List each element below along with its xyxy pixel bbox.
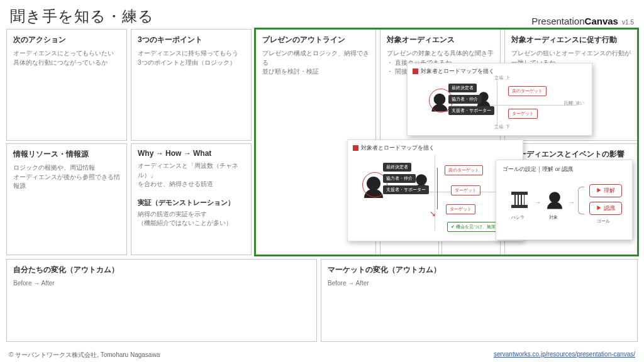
cell-subheading: 実証（デモンストレーション） bbox=[138, 198, 245, 207]
label-pillar: ハシラ bbox=[511, 214, 525, 221]
cell-why-how-what: Why → How → What オーディエンスと「周波数（チャネル）」を合わせ… bbox=[131, 143, 252, 255]
cell-heading: プレゼンのアウトライン bbox=[262, 35, 369, 45]
red-square-icon bbox=[413, 69, 418, 74]
tag-target: ターゲット bbox=[451, 185, 480, 195]
diagram: ハシラ → 対象 → ▶ 理解 ▶ 認識 ゴール bbox=[502, 174, 626, 233]
tag-decision: 最終決定者 bbox=[448, 84, 477, 92]
goal-option-b: ▶ 認識 bbox=[589, 202, 622, 215]
cell-heading: 対象オーディエンスに促す行動 bbox=[511, 35, 631, 45]
person-icon bbox=[549, 192, 560, 203]
cell-heading: 対象オーディエンス bbox=[387, 35, 494, 45]
cell-outcome-market: マーケットの変化（アウトカム） Before → After bbox=[321, 259, 638, 342]
cell-next-action: 次のアクション オーディエンスにとってもらいたい具体的な行動につながっているか bbox=[6, 29, 127, 141]
cell-desc: オーディエンスに持ち帰ってもらう3つのポイントと理由（ロジック） bbox=[138, 49, 245, 67]
tag-supporter: 支援者・サポーター bbox=[448, 106, 494, 115]
pillar-icon bbox=[511, 192, 528, 208]
person-icon bbox=[416, 174, 427, 185]
cell-desc: オーディエンスと「周波数（チャネル）」を合わせ、納得させる筋道 bbox=[138, 162, 245, 189]
cell-resources: 情報リソース・情報源 ロジックの根拠や、周辺情報オーディエンスが後から参照できる… bbox=[6, 143, 127, 255]
cell-desc: Before → After bbox=[13, 279, 310, 288]
cell-heading: 情報リソース・情報源 bbox=[13, 149, 120, 160]
bracket-icon bbox=[578, 187, 584, 214]
cell-desc: プレゼンの構成とロジック、納得できる並び順を検討・検証 bbox=[262, 49, 369, 77]
cell-desc: ロジックの根拠や、周辺情報オーディエンスが後から参照できる情報源 bbox=[13, 163, 120, 191]
resource-link[interactable]: servantworks.co.jp/resources/presentatio… bbox=[494, 351, 635, 359]
overlay-title: 対象者とロードマップを描く bbox=[361, 144, 435, 152]
label-top: 立場: 上 bbox=[494, 75, 510, 81]
arrow-icon: ↘ bbox=[430, 209, 436, 218]
tag-target: ターゲット bbox=[446, 204, 475, 214]
brand-bold: Canvas bbox=[585, 16, 618, 26]
footer: © サーバントワークス株式会社, Tomoharu Nagasawa serva… bbox=[9, 351, 635, 359]
cell-heading: 自分たちの変化（アウトカム） bbox=[13, 265, 310, 275]
arrow-icon: → bbox=[534, 198, 541, 207]
tag-true-target: 真のターゲット bbox=[445, 165, 483, 175]
cell-desc: オーディエンスにとってもらいたい具体的な行動につながっているか bbox=[13, 49, 120, 67]
goal-option-a: ▶ 理解 bbox=[589, 184, 622, 197]
cell-heading: Why → How → What bbox=[138, 149, 245, 158]
tag-decision: 最終決定者 bbox=[383, 163, 411, 172]
diagram: 最終決定者 協力者・仲介 支援者・サポーター 真のターゲット ターゲット ターゲ… bbox=[354, 154, 516, 234]
axis-vertical bbox=[435, 155, 435, 231]
cell-three-points: 3つのキーポイント オーディエンスに持ち帰ってもらう3つのポイントと理由（ロジッ… bbox=[131, 29, 252, 141]
cell-heading: 次のアクション bbox=[13, 35, 120, 45]
overlay-title: 対象者とロードマップを描く bbox=[421, 67, 494, 75]
arrow-icon: → bbox=[568, 198, 575, 207]
overlay-title-bar: ゴールの設定｜理解 or 認識 bbox=[502, 165, 573, 173]
cell-heading: マーケットの変化（アウトカム） bbox=[328, 265, 631, 275]
cell-desc: プレゼンの対象となる具体的な聞き手 bbox=[387, 49, 494, 58]
overlay-title-bar: 対象者とロードマップを描く bbox=[353, 144, 435, 152]
overlay-goal-setting: ゴールの設定｜理解 or 認識 ハシラ → 対象 → ▶ 理解 ▶ 認識 ゴール bbox=[496, 160, 633, 240]
overlay-title-bar: 対象者とロードマップを描く bbox=[413, 67, 494, 75]
diagram: 立場: 上 立場: 下 距離: 遠い 最終決定者 協力者・仲介 支援者・サポータ… bbox=[414, 77, 586, 129]
tag-influencer: 協力者・仲介 bbox=[383, 174, 416, 183]
axis-horizontal bbox=[452, 105, 577, 106]
tag-influencer: 協力者・仲介 bbox=[448, 95, 481, 104]
brand-light: Presentation bbox=[531, 16, 584, 26]
tag-supporter: 支援者・サポーター bbox=[383, 185, 429, 194]
label-goal: ゴール bbox=[597, 218, 610, 224]
cell-desc: 納得の筋道の実証を示す（機能紹介ではないことが多い） bbox=[138, 210, 245, 228]
tag-true-target: 真のターゲット bbox=[508, 86, 547, 96]
brand: PresentationCanvas v1.5 bbox=[531, 16, 634, 26]
tag-target: ターゲット bbox=[508, 109, 538, 119]
overlay-title: ゴールの設定｜理解 or 認識 bbox=[502, 165, 573, 173]
cell-desc: Before → After bbox=[328, 279, 631, 288]
connector-line bbox=[437, 168, 438, 209]
cell-heading: オーディエンスとイベントの影響 bbox=[511, 149, 631, 160]
cell-outcome-self: 自分たちの変化（アウトカム） Before → After bbox=[6, 259, 317, 342]
page-title: 聞き手を知る・練る bbox=[10, 6, 154, 26]
copyright: © サーバントワークス株式会社, Tomoharu Nagasawa bbox=[9, 351, 160, 359]
brand-version: v1.5 bbox=[622, 19, 634, 26]
overlay-roadmap-1: 対象者とロードマップを描く 立場: 上 立場: 下 距離: 遠い 最終決定者 協… bbox=[407, 63, 592, 136]
label-target: 対象 bbox=[549, 214, 558, 221]
cell-heading: 3つのキーポイント bbox=[138, 35, 245, 45]
red-square-icon bbox=[353, 145, 358, 151]
